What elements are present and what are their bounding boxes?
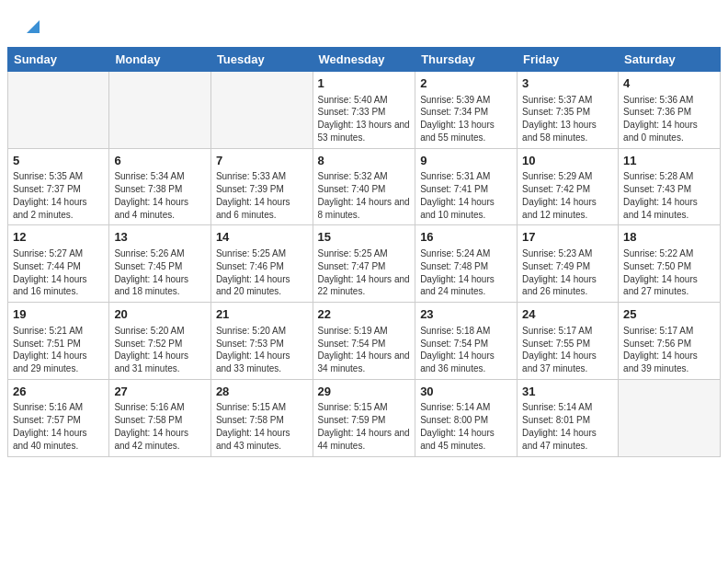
logo-icon bbox=[23, 17, 43, 37]
day-number: 8 bbox=[318, 153, 411, 169]
day-info: Sunrise: 5:31 AMSunset: 7:41 PMDaylight:… bbox=[420, 170, 512, 221]
day-info: Sunrise: 5:17 AMSunset: 7:55 PMDaylight:… bbox=[522, 325, 613, 375]
day-info: Sunrise: 5:15 AMSunset: 7:59 PMDaylight:… bbox=[318, 401, 411, 452]
day-number: 6 bbox=[114, 153, 206, 169]
day-number: 29 bbox=[318, 384, 411, 400]
day-info: Sunrise: 5:23 AMSunset: 7:49 PMDaylight:… bbox=[522, 247, 613, 298]
table-row bbox=[619, 379, 721, 456]
day-info: Sunrise: 5:35 AMSunset: 7:37 PMDaylight:… bbox=[13, 170, 104, 221]
day-info: Sunrise: 5:26 AMSunset: 7:45 PMDaylight:… bbox=[114, 247, 206, 298]
header-sunday: Sunday bbox=[8, 48, 109, 72]
table-row: 12Sunrise: 5:27 AMSunset: 7:44 PMDayligh… bbox=[8, 225, 109, 303]
table-row bbox=[109, 72, 211, 149]
day-number: 19 bbox=[13, 306, 104, 323]
table-row: 17Sunrise: 5:23 AMSunset: 7:49 PMDayligh… bbox=[518, 225, 619, 303]
day-info: Sunrise: 5:24 AMSunset: 7:48 PMDaylight:… bbox=[420, 247, 512, 298]
table-row: 4Sunrise: 5:36 AMSunset: 7:36 PMDaylight… bbox=[619, 72, 721, 149]
day-info: Sunrise: 5:14 AMSunset: 8:00 PMDaylight:… bbox=[420, 401, 512, 452]
calendar-header: Sunday Monday Tuesday Wednesday Thursday… bbox=[8, 48, 721, 72]
day-info: Sunrise: 5:18 AMSunset: 7:54 PMDaylight:… bbox=[420, 325, 512, 375]
table-row: 3Sunrise: 5:37 AMSunset: 7:35 PMDaylight… bbox=[518, 72, 619, 149]
day-number: 23 bbox=[420, 306, 512, 323]
day-info: Sunrise: 5:40 AMSunset: 7:33 PMDaylight:… bbox=[318, 94, 411, 144]
day-number: 1 bbox=[318, 75, 411, 92]
day-number: 27 bbox=[114, 384, 206, 400]
table-row: 27Sunrise: 5:16 AMSunset: 7:58 PMDayligh… bbox=[109, 379, 211, 456]
day-info: Sunrise: 5:25 AMSunset: 7:46 PMDaylight:… bbox=[216, 247, 308, 298]
day-number: 31 bbox=[522, 384, 613, 400]
day-number: 9 bbox=[420, 153, 512, 169]
day-info: Sunrise: 5:20 AMSunset: 7:52 PMDaylight:… bbox=[114, 325, 206, 375]
table-row: 9Sunrise: 5:31 AMSunset: 7:41 PMDaylight… bbox=[415, 148, 518, 225]
table-row bbox=[8, 72, 109, 149]
table-row: 14Sunrise: 5:25 AMSunset: 7:46 PMDayligh… bbox=[210, 225, 313, 303]
day-number: 28 bbox=[216, 384, 308, 400]
day-info: Sunrise: 5:14 AMSunset: 8:01 PMDaylight:… bbox=[522, 401, 613, 452]
header-friday: Friday bbox=[518, 48, 619, 72]
table-row: 23Sunrise: 5:18 AMSunset: 7:54 PMDayligh… bbox=[415, 303, 518, 380]
day-number: 5 bbox=[13, 153, 104, 169]
table-row: 31Sunrise: 5:14 AMSunset: 8:01 PMDayligh… bbox=[518, 379, 619, 456]
day-number: 3 bbox=[522, 75, 613, 92]
table-row: 7Sunrise: 5:33 AMSunset: 7:39 PMDaylight… bbox=[210, 148, 313, 225]
day-number: 10 bbox=[522, 153, 613, 169]
day-number: 4 bbox=[623, 75, 715, 92]
page-header bbox=[0, 0, 728, 47]
day-number: 22 bbox=[318, 306, 411, 323]
table-row: 25Sunrise: 5:17 AMSunset: 7:56 PMDayligh… bbox=[619, 303, 721, 380]
table-row: 29Sunrise: 5:15 AMSunset: 7:59 PMDayligh… bbox=[313, 379, 415, 456]
calendar-wrap: Sunday Monday Tuesday Wednesday Thursday… bbox=[0, 47, 728, 466]
day-info: Sunrise: 5:17 AMSunset: 7:56 PMDaylight:… bbox=[623, 325, 715, 375]
day-info: Sunrise: 5:39 AMSunset: 7:34 PMDaylight:… bbox=[420, 94, 512, 144]
day-number: 30 bbox=[420, 384, 512, 400]
table-row: 2Sunrise: 5:39 AMSunset: 7:34 PMDaylight… bbox=[415, 72, 518, 149]
day-number: 2 bbox=[420, 75, 512, 92]
day-number: 25 bbox=[623, 306, 715, 323]
day-info: Sunrise: 5:34 AMSunset: 7:38 PMDaylight:… bbox=[114, 170, 206, 221]
day-info: Sunrise: 5:19 AMSunset: 7:54 PMDaylight:… bbox=[318, 325, 411, 375]
day-number: 21 bbox=[216, 306, 308, 323]
table-row: 16Sunrise: 5:24 AMSunset: 7:48 PMDayligh… bbox=[415, 225, 518, 303]
table-row: 8Sunrise: 5:32 AMSunset: 7:40 PMDaylight… bbox=[313, 148, 415, 225]
table-row: 1Sunrise: 5:40 AMSunset: 7:33 PMDaylight… bbox=[313, 72, 415, 149]
day-info: Sunrise: 5:33 AMSunset: 7:39 PMDaylight:… bbox=[216, 170, 308, 221]
table-row: 5Sunrise: 5:35 AMSunset: 7:37 PMDaylight… bbox=[8, 148, 109, 225]
day-number: 14 bbox=[216, 229, 308, 246]
day-info: Sunrise: 5:28 AMSunset: 7:43 PMDaylight:… bbox=[623, 170, 715, 221]
table-row: 20Sunrise: 5:20 AMSunset: 7:52 PMDayligh… bbox=[109, 303, 211, 380]
day-number: 20 bbox=[114, 306, 206, 323]
table-row: 13Sunrise: 5:26 AMSunset: 7:45 PMDayligh… bbox=[109, 225, 211, 303]
svg-marker-0 bbox=[27, 20, 40, 33]
day-info: Sunrise: 5:32 AMSunset: 7:40 PMDaylight:… bbox=[318, 170, 411, 221]
table-row: 10Sunrise: 5:29 AMSunset: 7:42 PMDayligh… bbox=[518, 148, 619, 225]
day-number: 11 bbox=[623, 153, 715, 169]
header-thursday: Thursday bbox=[415, 48, 518, 72]
calendar-body: 1Sunrise: 5:40 AMSunset: 7:33 PMDaylight… bbox=[8, 72, 721, 457]
table-row: 21Sunrise: 5:20 AMSunset: 7:53 PMDayligh… bbox=[210, 303, 313, 380]
day-info: Sunrise: 5:29 AMSunset: 7:42 PMDaylight:… bbox=[522, 170, 613, 221]
table-row: 11Sunrise: 5:28 AMSunset: 7:43 PMDayligh… bbox=[619, 148, 721, 225]
day-info: Sunrise: 5:22 AMSunset: 7:50 PMDaylight:… bbox=[623, 247, 715, 298]
table-row: 19Sunrise: 5:21 AMSunset: 7:51 PMDayligh… bbox=[8, 303, 109, 380]
day-info: Sunrise: 5:16 AMSunset: 7:58 PMDaylight:… bbox=[114, 401, 206, 452]
header-monday: Monday bbox=[109, 48, 211, 72]
table-row: 22Sunrise: 5:19 AMSunset: 7:54 PMDayligh… bbox=[313, 303, 415, 380]
table-row: 6Sunrise: 5:34 AMSunset: 7:38 PMDaylight… bbox=[109, 148, 211, 225]
table-row: 15Sunrise: 5:25 AMSunset: 7:47 PMDayligh… bbox=[313, 225, 415, 303]
day-number: 26 bbox=[13, 384, 104, 400]
day-number: 16 bbox=[420, 229, 512, 246]
day-info: Sunrise: 5:27 AMSunset: 7:44 PMDaylight:… bbox=[13, 247, 104, 298]
day-number: 18 bbox=[623, 229, 715, 246]
day-info: Sunrise: 5:16 AMSunset: 7:57 PMDaylight:… bbox=[13, 401, 104, 452]
day-number: 13 bbox=[114, 229, 206, 246]
day-info: Sunrise: 5:37 AMSunset: 7:35 PMDaylight:… bbox=[522, 94, 613, 144]
day-info: Sunrise: 5:21 AMSunset: 7:51 PMDaylight:… bbox=[13, 325, 104, 375]
table-row: 28Sunrise: 5:15 AMSunset: 7:58 PMDayligh… bbox=[210, 379, 313, 456]
table-row bbox=[210, 72, 313, 149]
table-row: 18Sunrise: 5:22 AMSunset: 7:50 PMDayligh… bbox=[619, 225, 721, 303]
table-row: 30Sunrise: 5:14 AMSunset: 8:00 PMDayligh… bbox=[415, 379, 518, 456]
day-number: 7 bbox=[216, 153, 308, 169]
day-number: 15 bbox=[318, 229, 411, 246]
header-tuesday: Tuesday bbox=[210, 48, 313, 72]
header-wednesday: Wednesday bbox=[313, 48, 415, 72]
